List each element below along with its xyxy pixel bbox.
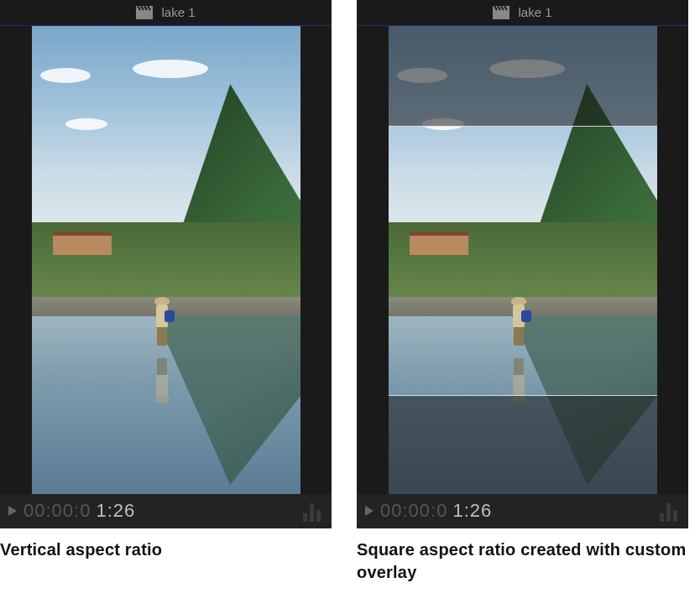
timecode-bright: 1:26: [96, 500, 135, 522]
overlay-mask-bottom: [389, 395, 657, 494]
comparison-container: lake 1: [0, 0, 700, 584]
video-area[interactable]: [0, 25, 332, 494]
viewer-left: lake 1: [0, 0, 332, 528]
transport-bar: 00:00:01:26: [357, 494, 688, 528]
video-canvas: [389, 26, 657, 494]
viewer-right: lake 1: [357, 0, 688, 528]
svg-rect-2: [493, 10, 509, 19]
viewer-titlebar: lake 1: [357, 0, 688, 25]
overlay-mask-top: [389, 26, 657, 127]
timecode-dim: 00:00:0: [380, 500, 447, 522]
play-icon[interactable]: [363, 505, 375, 517]
caption-right: Square aspect ratio created with custom …: [357, 539, 688, 584]
caption-left: Vertical aspect ratio: [0, 539, 332, 561]
audio-meter-icon: [660, 500, 682, 522]
clapperboard-icon: [493, 6, 509, 19]
svg-rect-0: [136, 10, 153, 19]
clip-title: lake 1: [518, 5, 551, 19]
panel-right: lake 1: [357, 0, 688, 584]
panel-left: lake 1: [0, 0, 332, 584]
audio-meter-icon: [303, 500, 325, 522]
scene-image: [32, 26, 300, 494]
clapperboard-icon: [136, 6, 153, 19]
timecode-dim: 00:00:0: [24, 500, 91, 522]
timecode-bright: 1:26: [452, 500, 492, 522]
video-canvas: [32, 26, 300, 494]
clip-title: lake 1: [161, 5, 195, 19]
viewer-titlebar: lake 1: [0, 0, 332, 25]
play-icon[interactable]: [7, 505, 18, 517]
video-area[interactable]: [357, 25, 688, 494]
transport-bar: 00:00:01:26: [0, 494, 332, 528]
